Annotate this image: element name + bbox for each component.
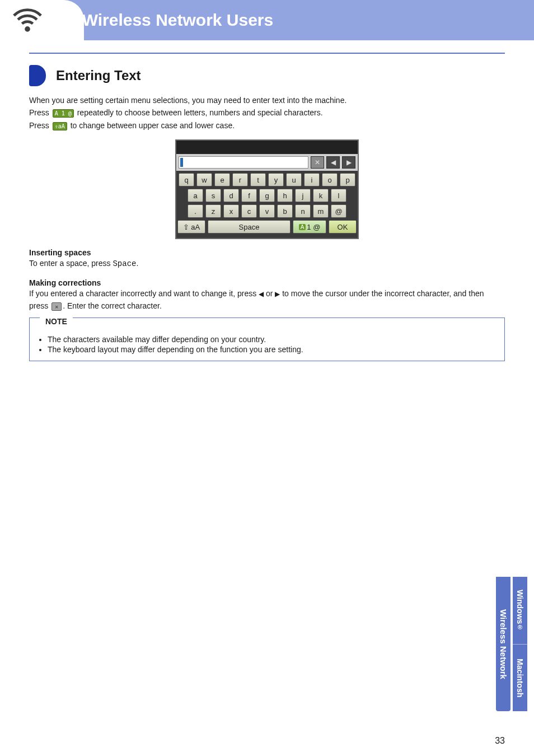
kbd-key-e[interactable]: e xyxy=(214,173,230,186)
kbd-key-.[interactable]: . xyxy=(188,204,203,218)
triangle-left-icon: ◀ xyxy=(331,158,336,166)
mode-key-icon: A 1 @ xyxy=(53,109,74,118)
kbd-body: qwertyuiop asdfghjkl .zxcvbnm@ ⇧ aA Spac… xyxy=(176,171,358,238)
text-fragment: . Enter the correct character. xyxy=(63,301,162,310)
kbd-key-u[interactable]: u xyxy=(286,173,302,186)
banner-icon-slot xyxy=(0,0,84,40)
kbd-row-1: qwertyuiop xyxy=(177,173,357,186)
kbd-key-z[interactable]: z xyxy=(205,204,221,218)
note-title: NOTE xyxy=(40,317,73,326)
backspace-key-icon: ✕ xyxy=(51,302,62,311)
making-corrections-heading: Making corrections xyxy=(29,278,505,287)
kbd-key-l[interactable]: l xyxy=(331,189,346,202)
space-code: Space xyxy=(113,259,136,268)
kbd-key-o[interactable]: o xyxy=(322,173,338,186)
note-list: The characters available may differ depe… xyxy=(38,335,496,354)
kbd-key-x[interactable]: x xyxy=(223,204,239,218)
note-box: NOTE The characters available may differ… xyxy=(29,318,505,361)
section-title: Entering Text xyxy=(56,68,141,83)
backspace-key[interactable]: ✕ xyxy=(311,156,324,169)
kbd-key-@[interactable]: @ xyxy=(331,204,346,218)
text-fragment: To enter a space, press xyxy=(29,259,113,268)
shift-key-icon: ⇧aA xyxy=(53,122,67,130)
text-fragment: repeatedly to choose between letters, nu… xyxy=(77,108,323,117)
kbd-key-k[interactable]: k xyxy=(313,189,329,202)
cursor-left-key[interactable]: ◀ xyxy=(326,156,340,169)
registered-icon: ® xyxy=(517,624,523,631)
kbd-key-h[interactable]: h xyxy=(277,189,293,202)
page-number: 33 xyxy=(495,736,505,746)
kbd-key-q[interactable]: q xyxy=(179,173,194,186)
triangle-right-icon: ▶ xyxy=(275,290,280,298)
kbd-key-m[interactable]: m xyxy=(313,204,329,218)
text-fragment: . xyxy=(136,259,138,268)
ok-key[interactable]: OK xyxy=(329,220,357,234)
kbd-key-s[interactable]: s xyxy=(205,189,221,202)
kbd-key-v[interactable]: v xyxy=(259,204,275,218)
kbd-key-g[interactable]: g xyxy=(259,189,275,202)
kbd-key-f[interactable]: f xyxy=(241,189,257,202)
kbd-row-3: .zxcvbnm@ xyxy=(177,204,357,218)
inserting-spaces-heading: Inserting spaces xyxy=(29,248,505,257)
kbd-key-c[interactable]: c xyxy=(241,204,257,218)
text-fragment: Press xyxy=(29,108,51,117)
page-banner: For Wireless Network Users xyxy=(0,0,534,40)
kbd-key-w[interactable]: w xyxy=(196,173,212,186)
triangle-right-icon: ▶ xyxy=(346,158,352,166)
kbd-key-p[interactable]: p xyxy=(340,173,355,186)
kbd-key-a[interactable]: a xyxy=(188,189,203,202)
kbd-key-n[interactable]: n xyxy=(295,204,311,218)
kbd-key-t[interactable]: t xyxy=(250,173,266,186)
side-tab-os-stack: Windows® Macintosh xyxy=(513,577,527,711)
section-header: Entering Text xyxy=(29,65,505,86)
wifi-icon xyxy=(11,3,44,38)
press-line-1: Press A 1 @ repeatedly to choose between… xyxy=(29,106,505,119)
side-tab-wireless[interactable]: Wireless Network xyxy=(496,577,510,711)
side-tab-macintosh[interactable]: Macintosh xyxy=(513,645,527,712)
kbd-key-b[interactable]: b xyxy=(277,204,293,218)
section-bullet-icon xyxy=(29,65,46,86)
inserting-spaces-text: To enter a space, press Space. xyxy=(29,257,505,270)
space-key[interactable]: Space xyxy=(208,220,291,234)
text-fragment: If you entered a character incorrectly a… xyxy=(29,289,259,298)
triangle-left-icon: ◀ xyxy=(259,290,264,298)
text-fragment: Press xyxy=(29,121,51,130)
kbd-text-field[interactable] xyxy=(179,156,308,169)
text-cursor-icon xyxy=(180,158,183,167)
kbd-key-i[interactable]: i xyxy=(304,173,320,186)
intro-paragraph: When you are setting certain menu select… xyxy=(29,94,505,132)
side-tab-windows-label: Windows xyxy=(516,590,524,624)
kbd-key-j[interactable]: j xyxy=(295,189,311,202)
press-line-2: Press ⇧aA to change between upper case a… xyxy=(29,119,505,132)
kbd-key-r[interactable]: r xyxy=(232,173,248,186)
divider xyxy=(29,53,505,54)
kbd-titlebar xyxy=(176,141,358,154)
kbd-key-y[interactable]: y xyxy=(268,173,284,186)
kbd-row-bottom: ⇧ aA Space A1 @ OK xyxy=(177,220,357,234)
page-content: Entering Text When you are setting certa… xyxy=(0,40,534,361)
text-fragment: or xyxy=(264,289,275,298)
text-fragment: to change between upper case and lower c… xyxy=(71,121,235,130)
onscreen-keyboard-figure: ✕ ◀ ▶ qwertyuiop asdfghjkl .zxcvbnm@ ⇧ a… xyxy=(175,139,359,239)
side-tab-windows[interactable]: Windows® xyxy=(513,577,527,645)
mode-key-rest: 1 @ xyxy=(307,223,320,231)
mode-key-a-badge: A xyxy=(299,224,306,230)
kbd-input-row: ✕ ◀ ▶ xyxy=(176,154,358,171)
backspace-icon: ✕ xyxy=(315,158,320,166)
mode-key[interactable]: A1 @ xyxy=(293,220,326,234)
making-corrections-text: If you entered a character incorrectly a… xyxy=(29,287,505,312)
intro-line: When you are setting certain menu select… xyxy=(29,94,505,106)
shift-key[interactable]: ⇧ aA xyxy=(177,220,205,234)
kbd-row-2: asdfghjkl xyxy=(177,189,357,202)
note-item: The characters available may differ depe… xyxy=(48,335,496,344)
cursor-right-key[interactable]: ▶ xyxy=(342,156,355,169)
note-item: The keyboard layout may differ depending… xyxy=(48,345,496,354)
kbd-key-d[interactable]: d xyxy=(223,189,239,202)
